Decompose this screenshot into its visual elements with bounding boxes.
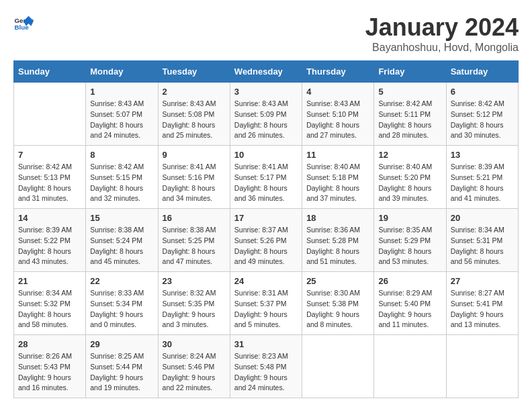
day-info: Sunrise: 8:41 AMSunset: 5:16 PMDaylight:… xyxy=(163,162,226,204)
col-saturday: Saturday xyxy=(446,61,518,83)
day-info: Sunrise: 8:34 AMSunset: 5:31 PMDaylight:… xyxy=(451,225,514,267)
week-row-3: 14 Sunrise: 8:39 AMSunset: 5:22 PMDaylig… xyxy=(14,209,519,272)
cell-w3-d2: 16 Sunrise: 8:38 AMSunset: 5:25 PMDaylig… xyxy=(158,209,230,272)
day-number: 10 xyxy=(234,150,298,160)
day-info: Sunrise: 8:42 AMSunset: 5:15 PMDaylight:… xyxy=(90,162,153,204)
day-number: 27 xyxy=(451,276,514,286)
day-number: 6 xyxy=(451,87,514,97)
day-info: Sunrise: 8:43 AMSunset: 5:07 PMDaylight:… xyxy=(90,99,153,141)
col-tuesday: Tuesday xyxy=(158,61,230,83)
day-number: 19 xyxy=(378,213,441,223)
cell-w1-d6: 6 Sunrise: 8:42 AMSunset: 5:12 PMDayligh… xyxy=(446,83,518,146)
cell-w5-d0: 28 Sunrise: 8:26 AMSunset: 5:43 PMDaylig… xyxy=(14,335,86,398)
cell-w4-d1: 22 Sunrise: 8:33 AMSunset: 5:34 PMDaylig… xyxy=(86,272,158,335)
cell-w1-d2: 2 Sunrise: 8:43 AMSunset: 5:08 PMDayligh… xyxy=(158,83,230,146)
day-number: 14 xyxy=(18,213,81,223)
title-section: January 2024 Bayanhoshuu, Hovd, Mongolia xyxy=(365,13,519,54)
cell-w4-d6: 27 Sunrise: 8:27 AMSunset: 5:41 PMDaylig… xyxy=(446,272,518,335)
month-title: January 2024 xyxy=(365,13,519,42)
day-info: Sunrise: 8:43 AMSunset: 5:10 PMDaylight:… xyxy=(306,99,369,141)
cell-w2-d2: 9 Sunrise: 8:41 AMSunset: 5:16 PMDayligh… xyxy=(158,146,230,209)
day-number: 23 xyxy=(163,276,226,286)
day-info: Sunrise: 8:32 AMSunset: 5:35 PMDaylight:… xyxy=(163,288,226,330)
day-info: Sunrise: 8:35 AMSunset: 5:29 PMDaylight:… xyxy=(378,225,441,267)
cell-w3-d4: 18 Sunrise: 8:36 AMSunset: 5:28 PMDaylig… xyxy=(302,209,374,272)
cell-w5-d6 xyxy=(446,335,518,398)
day-number: 16 xyxy=(163,213,226,223)
day-info: Sunrise: 8:38 AMSunset: 5:25 PMDaylight:… xyxy=(163,225,226,267)
day-info: Sunrise: 8:25 AMSunset: 5:44 PMDaylight:… xyxy=(90,351,153,394)
location-subtitle: Bayanhoshuu, Hovd, Mongolia xyxy=(365,42,519,54)
day-number: 24 xyxy=(234,276,298,286)
day-info: Sunrise: 8:30 AMSunset: 5:38 PMDaylight:… xyxy=(306,288,369,330)
day-number: 13 xyxy=(451,150,514,160)
day-number: 25 xyxy=(306,276,369,286)
day-number: 3 xyxy=(234,87,298,97)
day-number: 4 xyxy=(306,87,369,97)
day-info: Sunrise: 8:41 AMSunset: 5:17 PMDaylight:… xyxy=(234,162,298,204)
day-info: Sunrise: 8:39 AMSunset: 5:22 PMDaylight:… xyxy=(18,225,81,267)
day-number: 18 xyxy=(306,213,369,223)
day-number: 15 xyxy=(90,213,153,223)
day-number: 26 xyxy=(378,276,441,286)
week-row-1: 1 Sunrise: 8:43 AMSunset: 5:07 PMDayligh… xyxy=(14,83,519,146)
cell-w5-d1: 29 Sunrise: 8:25 AMSunset: 5:44 PMDaylig… xyxy=(86,335,158,398)
cell-w2-d5: 12 Sunrise: 8:40 AMSunset: 5:20 PMDaylig… xyxy=(374,146,446,209)
week-row-2: 7 Sunrise: 8:42 AMSunset: 5:13 PMDayligh… xyxy=(14,146,519,209)
cell-w1-d5: 5 Sunrise: 8:42 AMSunset: 5:11 PMDayligh… xyxy=(374,83,446,146)
day-number: 7 xyxy=(18,150,81,160)
logo: General Blue xyxy=(13,13,34,34)
day-number: 1 xyxy=(90,87,153,97)
col-thursday: Thursday xyxy=(302,61,374,83)
day-info: Sunrise: 8:33 AMSunset: 5:34 PMDaylight:… xyxy=(90,288,153,330)
day-number: 20 xyxy=(451,213,514,223)
cell-w2-d6: 13 Sunrise: 8:39 AMSunset: 5:21 PMDaylig… xyxy=(446,146,518,209)
cell-w4-d2: 23 Sunrise: 8:32 AMSunset: 5:35 PMDaylig… xyxy=(158,272,230,335)
day-number: 8 xyxy=(90,150,153,160)
calendar-table: Sunday Monday Tuesday Wednesday Thursday… xyxy=(13,60,519,398)
day-number: 22 xyxy=(90,276,153,286)
day-info: Sunrise: 8:43 AMSunset: 5:08 PMDaylight:… xyxy=(163,99,226,141)
cell-w3-d0: 14 Sunrise: 8:39 AMSunset: 5:22 PMDaylig… xyxy=(14,209,86,272)
day-number: 17 xyxy=(234,213,298,223)
cell-w4-d0: 21 Sunrise: 8:34 AMSunset: 5:32 PMDaylig… xyxy=(14,272,86,335)
cell-w1-d4: 4 Sunrise: 8:43 AMSunset: 5:10 PMDayligh… xyxy=(302,83,374,146)
day-number: 21 xyxy=(18,276,81,286)
day-number: 2 xyxy=(163,87,226,97)
week-row-4: 21 Sunrise: 8:34 AMSunset: 5:32 PMDaylig… xyxy=(14,272,519,335)
day-info: Sunrise: 8:42 AMSunset: 5:13 PMDaylight:… xyxy=(18,162,81,204)
logo-icon: General Blue xyxy=(13,13,34,34)
day-info: Sunrise: 8:27 AMSunset: 5:41 PMDaylight:… xyxy=(451,288,514,330)
cell-w2-d4: 11 Sunrise: 8:40 AMSunset: 5:18 PMDaylig… xyxy=(302,146,374,209)
day-info: Sunrise: 8:37 AMSunset: 5:26 PMDaylight:… xyxy=(234,225,298,267)
day-info: Sunrise: 8:23 AMSunset: 5:48 PMDaylight:… xyxy=(234,351,298,394)
cell-w3-d5: 19 Sunrise: 8:35 AMSunset: 5:29 PMDaylig… xyxy=(374,209,446,272)
day-info: Sunrise: 8:40 AMSunset: 5:20 PMDaylight:… xyxy=(378,162,441,204)
cell-w3-d6: 20 Sunrise: 8:34 AMSunset: 5:31 PMDaylig… xyxy=(446,209,518,272)
day-info: Sunrise: 8:24 AMSunset: 5:46 PMDaylight:… xyxy=(163,351,226,394)
day-info: Sunrise: 8:42 AMSunset: 5:12 PMDaylight:… xyxy=(451,99,514,141)
col-wednesday: Wednesday xyxy=(230,61,302,83)
cell-w5-d4 xyxy=(302,335,374,398)
cell-w1-d3: 3 Sunrise: 8:43 AMSunset: 5:09 PMDayligh… xyxy=(230,83,302,146)
day-number: 9 xyxy=(163,150,226,160)
cell-w5-d3: 31 Sunrise: 8:23 AMSunset: 5:48 PMDaylig… xyxy=(230,335,302,398)
day-number: 12 xyxy=(378,150,441,160)
day-info: Sunrise: 8:40 AMSunset: 5:18 PMDaylight:… xyxy=(306,162,369,204)
day-info: Sunrise: 8:34 AMSunset: 5:32 PMDaylight:… xyxy=(18,288,81,330)
day-info: Sunrise: 8:36 AMSunset: 5:28 PMDaylight:… xyxy=(306,225,369,267)
cell-w2-d0: 7 Sunrise: 8:42 AMSunset: 5:13 PMDayligh… xyxy=(14,146,86,209)
header: General Blue January 2024 Bayanhoshuu, H… xyxy=(13,13,519,54)
day-info: Sunrise: 8:39 AMSunset: 5:21 PMDaylight:… xyxy=(451,162,514,204)
cell-w3-d3: 17 Sunrise: 8:37 AMSunset: 5:26 PMDaylig… xyxy=(230,209,302,272)
col-friday: Friday xyxy=(374,61,446,83)
day-number: 29 xyxy=(90,339,153,349)
day-info: Sunrise: 8:42 AMSunset: 5:11 PMDaylight:… xyxy=(378,99,441,141)
cell-w4-d3: 24 Sunrise: 8:31 AMSunset: 5:37 PMDaylig… xyxy=(230,272,302,335)
col-sunday: Sunday xyxy=(14,61,86,83)
day-info: Sunrise: 8:29 AMSunset: 5:40 PMDaylight:… xyxy=(378,288,441,330)
cell-w3-d1: 15 Sunrise: 8:38 AMSunset: 5:24 PMDaylig… xyxy=(86,209,158,272)
cell-w2-d3: 10 Sunrise: 8:41 AMSunset: 5:17 PMDaylig… xyxy=(230,146,302,209)
day-info: Sunrise: 8:38 AMSunset: 5:24 PMDaylight:… xyxy=(90,225,153,267)
day-info: Sunrise: 8:43 AMSunset: 5:09 PMDaylight:… xyxy=(234,99,298,141)
